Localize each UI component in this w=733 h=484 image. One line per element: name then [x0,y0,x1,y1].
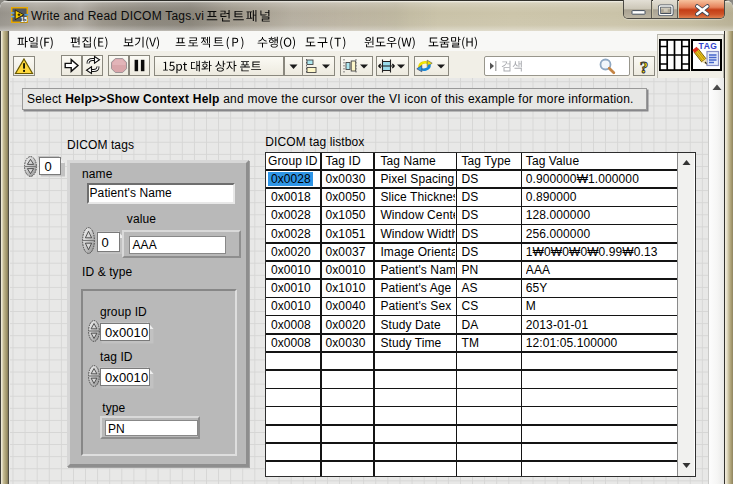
svg-text:TAG: TAG [699,41,718,51]
svg-text:?: ? [640,58,649,76]
svg-text:15: 15 [20,16,28,23]
